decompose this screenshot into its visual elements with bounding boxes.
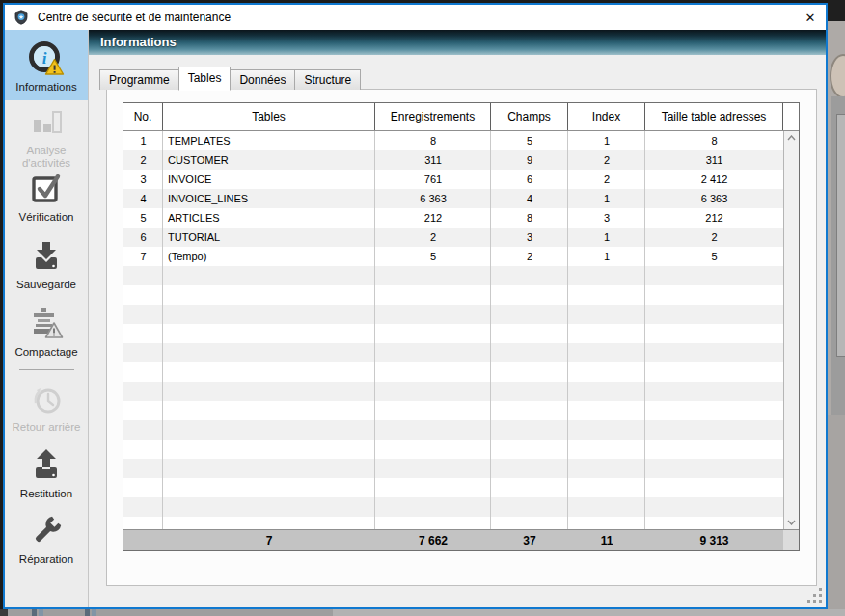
sidebar-item-informations[interactable]: i Informations <box>5 30 88 100</box>
restore-drive-icon <box>27 446 66 485</box>
table-body: 1TEMPLATES85182CUSTOMER311923113INVOICE7… <box>123 131 799 529</box>
sidebar-item-label: Restitution <box>5 488 88 500</box>
column-header-no[interactable]: No. <box>123 103 163 130</box>
table-cell: 9 <box>491 154 568 166</box>
sidebar-item-sauvegarde[interactable]: Sauvegarde <box>5 237 88 291</box>
table-cell: 8 <box>491 212 568 224</box>
column-header-enregistrements[interactable]: Enregistrements <box>375 103 491 130</box>
table-cell: 6 <box>491 174 568 185</box>
table-cell: 2 <box>375 231 491 243</box>
table-cell: INVOICE <box>163 174 375 185</box>
tables-listbox: No. Tables Enregistrements Champs Index … <box>123 102 800 551</box>
table-cell: 5 <box>375 251 491 262</box>
screen: Centre de sécurité et de maintenance ✕ i… <box>0 0 845 616</box>
table-row[interactable]: 7(Tempo)5215 <box>123 247 783 266</box>
maintenance-center-window: Centre de sécurité et de maintenance ✕ i… <box>3 3 828 609</box>
table-row[interactable]: 6TUTORIAL2312 <box>123 228 783 247</box>
table-cell: TUTORIAL <box>163 231 375 243</box>
checkbox-check-icon <box>27 170 66 208</box>
table-cell: 4 <box>123 193 163 204</box>
table-cell: 2 <box>645 231 783 243</box>
table-cell: 5 <box>123 212 163 224</box>
column-divider <box>374 131 375 529</box>
table-cell: 311 <box>645 154 783 166</box>
table-cell: 1 <box>568 135 645 147</box>
titlebar[interactable]: Centre de sécurité et de maintenance ✕ <box>5 5 826 30</box>
sidebar-item-compactage[interactable]: Compactage <box>5 305 88 359</box>
repair-wrench-icon <box>27 512 66 550</box>
table-cell: 2 <box>491 251 568 262</box>
table-cell: 6 363 <box>375 193 491 204</box>
table-row[interactable]: 5ARTICLES21283212 <box>123 208 783 228</box>
table-total-cell: 7 662 <box>375 530 491 550</box>
table-cell: 2 <box>568 154 645 166</box>
table-cell: 6 363 <box>645 193 783 204</box>
table-cell: TEMPLATES <box>163 135 375 147</box>
table-total-cell <box>123 530 163 550</box>
table-cell: 3 <box>491 231 568 243</box>
section-banner: Informations <box>89 30 826 55</box>
sidebar-divider <box>19 369 74 370</box>
rollback-clock-icon <box>27 380 66 418</box>
table-scrollbar[interactable] <box>783 131 799 529</box>
table-cell: (Tempo) <box>163 251 375 262</box>
column-header-champs[interactable]: Champs <box>491 103 568 130</box>
table-cell: 311 <box>375 154 491 166</box>
table-cell: CUSTOMER <box>163 154 375 166</box>
column-header-spacer <box>783 103 799 130</box>
table-row[interactable]: 2CUSTOMER31192311 <box>123 150 783 170</box>
table-cell: 5 <box>491 135 568 147</box>
table-footer-row: 77 66237119 313 <box>123 530 783 550</box>
table-footer: 77 66237119 313 <box>123 529 799 550</box>
resize-grip[interactable] <box>807 588 823 603</box>
sidebar-item-retour-arriere[interactable]: Retour arrière <box>5 380 88 434</box>
column-header-tables[interactable]: Tables <box>163 103 375 130</box>
sidebar-item-analyse-activites[interactable]: Analyse d'activités <box>5 103 88 170</box>
sidebar-item-label: Vérification <box>5 211 88 224</box>
sidebar-item-label: Sauvegarde <box>5 279 88 291</box>
table-total-cell: 9 313 <box>645 530 783 550</box>
table-row[interactable]: 4INVOICE_LINES6 363416 363 <box>123 189 783 208</box>
scroll-down-icon[interactable] <box>787 520 796 525</box>
column-divider <box>567 131 568 529</box>
scroll-up-icon[interactable] <box>787 135 796 141</box>
bar-chart-icon <box>27 103 66 142</box>
sidebar-item-label: Informations <box>5 81 88 94</box>
tab-donnees[interactable]: Données <box>230 69 295 90</box>
close-button[interactable]: ✕ <box>797 5 824 30</box>
table-cell: 2 <box>123 154 163 166</box>
info-warning-icon: i <box>27 40 66 78</box>
table-header: No. Tables Enregistrements Champs Index … <box>123 103 799 131</box>
background-app-bottom-strip <box>0 609 845 616</box>
sidebar-item-reparation[interactable]: Réparation <box>5 512 88 566</box>
column-divider <box>644 131 645 529</box>
sidebar-item-label: Analyse d'activités <box>5 145 88 170</box>
table-row[interactable]: 1TEMPLATES8518 <box>123 131 783 150</box>
table-cell: 3 <box>568 212 645 224</box>
background-app-right-strip <box>828 0 845 616</box>
sidebar-item-restitution[interactable]: Restitution <box>5 446 88 500</box>
tab-programme[interactable]: Programme <box>99 69 179 90</box>
table-total-cell: 37 <box>491 530 568 550</box>
table-cell: INVOICE_LINES <box>163 193 375 204</box>
table-cell: 3 <box>123 174 163 185</box>
column-divider <box>490 131 491 529</box>
window-title: Centre de sécurité et de maintenance <box>38 11 231 24</box>
shield-icon <box>14 10 29 25</box>
table-cell: ARTICLES <box>163 212 375 224</box>
table-cell: 1 <box>568 251 645 262</box>
column-header-taille[interactable]: Taille table adresses <box>645 103 783 130</box>
table-cell: 2 <box>568 174 645 185</box>
tab-page-tables: No. Tables Enregistrements Champs Index … <box>106 89 817 586</box>
svg-text:i: i <box>42 49 47 67</box>
tab-structure[interactable]: Structure <box>294 69 361 90</box>
sidebar: i Informations Analyse d'activités <box>5 30 89 607</box>
sidebar-item-label: Réparation <box>5 553 88 566</box>
table-cell: 6 <box>123 231 163 243</box>
sidebar-item-verification[interactable]: Vérification <box>5 170 88 224</box>
background-dark-block <box>828 0 845 21</box>
tab-tables[interactable]: Tables <box>178 67 232 91</box>
table-row[interactable]: 3INVOICE761622 412 <box>123 170 783 189</box>
column-header-index[interactable]: Index <box>568 103 645 130</box>
table-cell: 8 <box>375 135 491 147</box>
